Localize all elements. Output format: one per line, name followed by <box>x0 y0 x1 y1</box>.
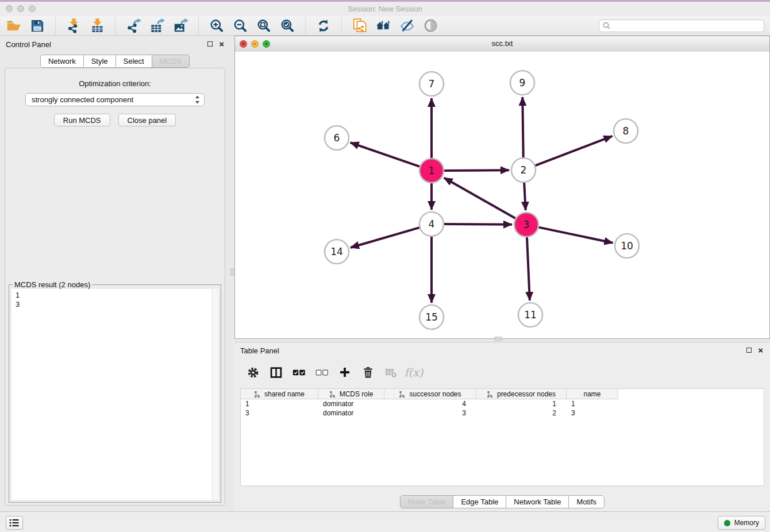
result-scrollbar[interactable] <box>212 289 218 500</box>
frame-minimize-button[interactable]: − <box>251 40 259 48</box>
cell-shared-name: 1 <box>241 400 318 408</box>
graph-edge-3-10[interactable] <box>539 228 613 243</box>
float-panel-icon[interactable] <box>746 348 752 353</box>
graph-edge-1-2[interactable] <box>444 170 509 171</box>
graph-edge-2-9[interactable] <box>522 97 523 157</box>
graph-node-7[interactable]: 7 <box>419 72 444 96</box>
table-row[interactable]: 1dominator411 <box>241 399 764 408</box>
import-network-button[interactable] <box>66 18 82 34</box>
sitemap-icon <box>329 391 336 398</box>
column-header-successor-nodes[interactable]: successor nodes <box>384 389 476 399</box>
tab-network[interactable]: Network <box>40 55 84 68</box>
delete-column-button[interactable] <box>361 365 375 379</box>
graph-node-3[interactable]: 3 <box>514 213 538 237</box>
new-network-document-icon <box>352 18 368 33</box>
new-network-from-selection-button[interactable] <box>352 18 368 34</box>
graph-node-10[interactable]: 10 <box>615 234 639 258</box>
column-header-MCDS-role[interactable]: MCDS role <box>318 389 384 399</box>
frame-close-button[interactable]: × <box>240 40 247 48</box>
memory-label: Memory <box>734 519 759 527</box>
close-window-button[interactable] <box>6 5 13 12</box>
tab-node-table[interactable]: Node Table <box>400 495 454 508</box>
tab-select[interactable]: Select <box>116 55 152 68</box>
run-mcds-button[interactable]: Run MCDS <box>54 114 110 126</box>
graph-edge-4-3[interactable] <box>444 224 512 225</box>
tab-motifs[interactable]: Motifs <box>568 495 605 508</box>
show-column-selector-button[interactable] <box>269 365 283 379</box>
splitter-handle[interactable] <box>230 268 234 276</box>
graph-edge-2-8[interactable] <box>536 136 613 165</box>
splitter-handle[interactable] <box>494 337 502 341</box>
table-row[interactable]: 3dominator323 <box>241 408 764 418</box>
float-panel-icon[interactable] <box>207 41 213 47</box>
frame-maximize-button[interactable]: + <box>263 40 270 48</box>
graph-node-14[interactable]: 14 <box>325 240 349 264</box>
zoom-out-button[interactable] <box>232 18 248 34</box>
column-header-shared-name[interactable]: shared name <box>241 389 318 399</box>
hide-selected-button[interactable] <box>399 18 415 34</box>
graph-node-11[interactable]: 11 <box>518 303 542 327</box>
tab-style[interactable]: Style <box>83 55 116 68</box>
tab-mcds[interactable]: MCDS <box>152 55 190 68</box>
graph-edge-3-1[interactable] <box>444 178 515 218</box>
select-all-columns-button[interactable] <box>292 365 306 379</box>
cell-MCDS-role: dominator <box>318 400 384 408</box>
vertical-splitter[interactable] <box>230 36 234 511</box>
column-label: successor nodes <box>409 390 461 398</box>
column-header-name[interactable]: name <box>567 389 618 399</box>
checked-boxes-icon <box>292 368 306 377</box>
save-session-button[interactable] <box>29 18 45 34</box>
network-graph[interactable]: 7968124314101511 <box>235 52 769 338</box>
graph-node-6[interactable]: 6 <box>325 126 349 150</box>
close-panel-icon[interactable]: × <box>219 41 224 47</box>
table-settings-button[interactable] <box>246 365 260 379</box>
graph-edge-2-3[interactable] <box>524 183 526 210</box>
criterion-select[interactable]: strongly connected component <box>25 93 205 106</box>
delete-table-button <box>384 365 398 379</box>
graph-node-9[interactable]: 9 <box>510 71 534 95</box>
tab-edge-table[interactable]: Edge Table <box>453 495 506 508</box>
zoom-fit-button[interactable] <box>256 18 272 34</box>
close-panel-icon[interactable]: × <box>758 347 763 353</box>
graph-node-label: 2 <box>521 164 527 176</box>
close-panel-button[interactable]: Close panel <box>118 114 176 126</box>
first-neighbors-button[interactable] <box>375 18 391 34</box>
refresh-icon <box>316 18 331 33</box>
graph-node-1[interactable]: 1 <box>419 159 444 183</box>
search-input[interactable] <box>613 21 760 30</box>
cell-name: 3 <box>567 409 618 417</box>
network-canvas[interactable]: 7968124314101511 <box>235 52 769 338</box>
minimize-window-button[interactable] <box>17 5 24 12</box>
create-column-button[interactable] <box>338 365 352 379</box>
unselect-all-columns-button[interactable] <box>315 365 329 379</box>
zoom-selected-button[interactable] <box>279 18 295 34</box>
cell-successor-nodes: 4 <box>384 400 476 408</box>
graph-edge-4-14[interactable] <box>351 228 419 248</box>
zoom-in-button[interactable] <box>209 18 225 34</box>
graph-edge-1-6[interactable] <box>351 142 420 167</box>
open-session-button[interactable] <box>6 18 22 34</box>
network-frame-titlebar: × − + scc.txt <box>235 36 769 52</box>
split-columns-icon <box>270 367 282 379</box>
cell-predecessor-nodes: 1 <box>476 400 567 408</box>
export-table-button[interactable] <box>149 18 165 34</box>
export-image-button[interactable] <box>172 18 188 34</box>
graph-node-2[interactable]: 2 <box>511 158 536 182</box>
column-header-predecessor-nodes[interactable]: predecessor nodes <box>476 389 567 399</box>
task-history-button[interactable] <box>6 516 23 530</box>
memory-button[interactable]: Memory <box>718 516 765 530</box>
graph-node-15[interactable]: 15 <box>419 305 444 329</box>
status-bar: Memory <box>0 511 770 532</box>
export-network-button[interactable] <box>125 18 141 34</box>
graph-node-8[interactable]: 8 <box>614 119 638 143</box>
window-controls <box>6 5 36 12</box>
graph-node-4[interactable]: 4 <box>419 212 444 236</box>
import-table-icon <box>90 18 105 33</box>
tab-network-table[interactable]: Network Table <box>506 495 569 508</box>
zoom-window-button[interactable] <box>29 5 36 12</box>
graph-edge-3-11[interactable] <box>527 237 530 300</box>
mcds-result-list[interactable]: 13 <box>11 289 213 500</box>
import-table-button[interactable] <box>89 18 105 34</box>
graph-node-label: 10 <box>621 240 633 252</box>
refresh-view-button[interactable] <box>315 18 332 34</box>
